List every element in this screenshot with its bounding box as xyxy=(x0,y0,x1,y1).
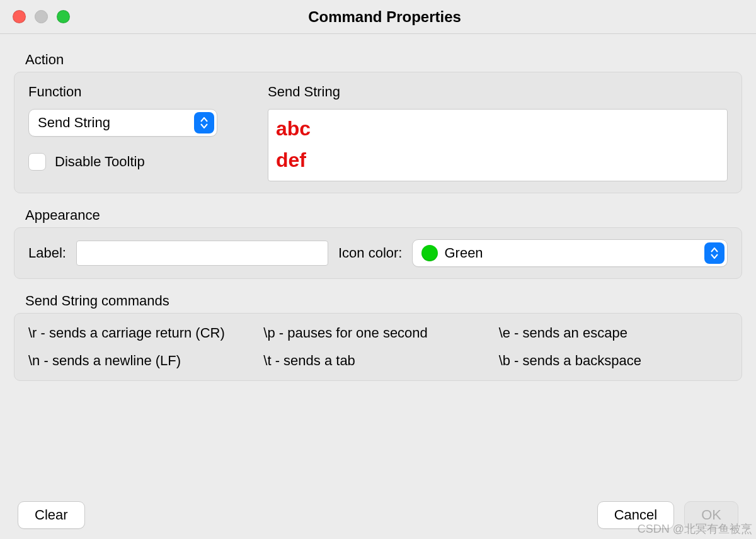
command-help-item: \p - pauses for one second xyxy=(263,325,492,341)
function-label: Function xyxy=(28,84,255,100)
command-help-item: \b - sends a backspace xyxy=(499,353,728,369)
command-help-item: \t - sends a tab xyxy=(263,353,492,369)
command-help-item: \e - sends an escape xyxy=(499,325,728,341)
commands-group-label: Send String commands xyxy=(25,293,742,309)
label-field-label: Label: xyxy=(28,245,66,261)
command-help-item: \r - sends a carriage return (CR) xyxy=(28,325,257,341)
color-swatch-icon xyxy=(421,245,438,261)
function-select[interactable]: Send String xyxy=(28,109,217,137)
cancel-button[interactable]: Cancel xyxy=(597,501,674,529)
send-string-input[interactable]: abc def xyxy=(268,109,728,181)
clear-button[interactable]: Clear xyxy=(18,501,85,529)
send-string-column: Send String abc def xyxy=(268,84,728,181)
cancel-button-label: Cancel xyxy=(614,507,657,523)
action-group-label: Action xyxy=(25,52,742,68)
appearance-group: Label: Icon color: Green xyxy=(14,227,742,279)
titlebar: Command Properties xyxy=(0,0,756,34)
window-title: Command Properties xyxy=(13,8,756,26)
commands-group: \r - sends a carriage return (CR) \p - p… xyxy=(14,313,742,381)
send-string-label: Send String xyxy=(268,84,728,100)
icon-color-label: Icon color: xyxy=(338,245,403,261)
label-input[interactable] xyxy=(76,241,328,266)
window: Command Properties Action Function Send … xyxy=(0,0,756,539)
chevron-updown-icon xyxy=(704,242,724,264)
send-string-value: abc def xyxy=(276,113,719,176)
ok-button-label: OK xyxy=(701,507,721,523)
function-select-value: Send String xyxy=(38,115,110,131)
clear-button-label: Clear xyxy=(35,507,68,523)
function-column: Function Send String Disable Tooltip xyxy=(28,84,255,181)
chevron-updown-icon xyxy=(194,112,214,133)
disable-tooltip-label: Disable Tooltip xyxy=(55,154,145,170)
ok-button[interactable]: OK xyxy=(684,501,738,529)
disable-tooltip-checkbox[interactable] xyxy=(28,153,46,171)
action-group: Function Send String Disable Tooltip xyxy=(14,72,742,193)
footer: Clear Cancel OK xyxy=(0,501,756,529)
content: Action Function Send String Disabl xyxy=(0,34,756,381)
appearance-group-label: Appearance xyxy=(25,207,742,224)
icon-color-select[interactable]: Green xyxy=(412,239,728,267)
command-help-item: \n - sends a newline (LF) xyxy=(28,353,257,369)
icon-color-value: Green xyxy=(444,245,483,261)
